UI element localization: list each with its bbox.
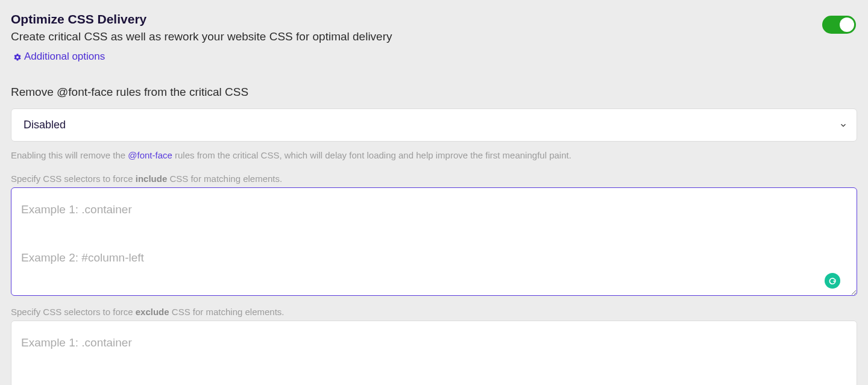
header-left: Optimize CSS Delivery Create critical CS… <box>11 12 822 64</box>
additional-options-label: Additional options <box>24 51 105 63</box>
additional-options-link[interactable]: Additional options <box>13 51 105 63</box>
exclude-label: Specify CSS selectors to force exclude C… <box>11 307 857 317</box>
exclude-textarea[interactable] <box>11 321 857 385</box>
include-textarea[interactable] <box>11 187 857 296</box>
toggle-knob <box>840 17 854 32</box>
include-label: Specify CSS selectors to force include C… <box>11 174 857 184</box>
font-face-select[interactable]: Disabled <box>11 108 857 142</box>
include-label-prefix: Specify CSS selectors to force <box>11 174 136 184</box>
header: Optimize CSS Delivery Create critical CS… <box>11 12 857 64</box>
help-prefix: Enabling this will remove the <box>11 150 128 160</box>
help-suffix: rules from the critical CSS, which will … <box>172 150 571 160</box>
include-textarea-wrap <box>11 187 857 298</box>
font-face-help: Enabling this will remove the @font-face… <box>11 150 857 160</box>
page-title: Optimize CSS Delivery <box>11 12 822 27</box>
font-face-label: Remove @font-face rules from the critica… <box>11 86 857 99</box>
gear-icon <box>13 52 22 61</box>
exclude-textarea-wrap <box>11 321 857 385</box>
exclude-label-suffix: CSS for matching elements. <box>169 307 285 317</box>
help-em: @font-face <box>128 150 172 160</box>
include-label-bold: include <box>136 174 168 184</box>
enable-toggle[interactable] <box>822 16 856 34</box>
page-subtitle: Create critical CSS as well as rework yo… <box>11 30 822 43</box>
include-label-suffix: CSS for matching elements. <box>167 174 282 184</box>
exclude-label-prefix: Specify CSS selectors to force <box>11 307 136 317</box>
font-face-select-wrap: Disabled <box>11 108 857 142</box>
exclude-label-bold: exclude <box>136 307 169 317</box>
